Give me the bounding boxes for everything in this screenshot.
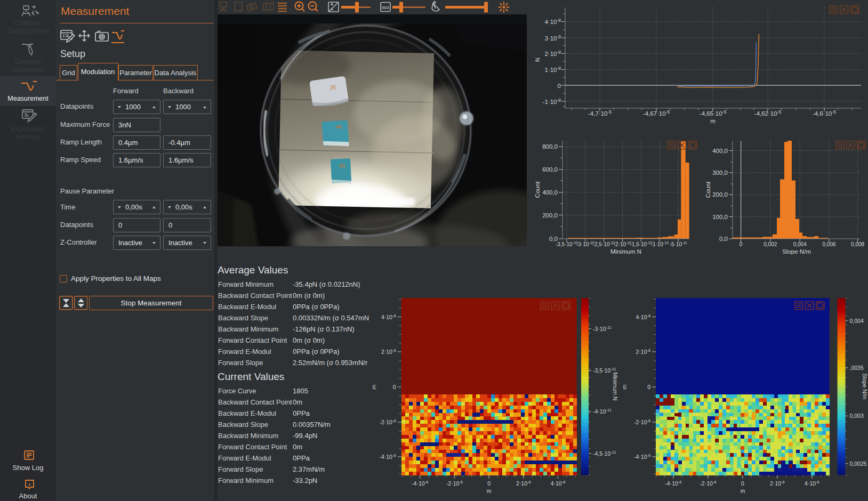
svg-text:Minimum N: Minimum N: [612, 372, 618, 400]
svg-text:m: m: [741, 488, 745, 494]
svg-text:-4·10-6: -4·10-6: [634, 453, 650, 460]
svg-text:N: N: [534, 58, 541, 62]
svg-text:4·10-6: 4·10-6: [636, 313, 651, 320]
svg-text:0,006: 0,006: [822, 241, 835, 247]
svg-text:-4·10-6: -4·10-6: [412, 480, 428, 487]
svg-text:-4,7·10-5: -4,7·10-5: [588, 109, 612, 117]
svg-text:-2·10-6: -2·10-6: [446, 480, 463, 487]
svg-text:-4,62·10-5: -4,62·10-5: [754, 109, 782, 117]
svg-text:m: m: [621, 384, 628, 389]
svg-text:0: 0: [487, 480, 491, 487]
svg-text:0,004: 0,004: [793, 241, 807, 247]
svg-text:-2·10-6: -2·10-6: [700, 480, 716, 487]
svg-text:0,0025: 0,0025: [850, 460, 867, 467]
svg-text:m: m: [710, 118, 716, 124]
svg-text:0,008: 0,008: [851, 241, 864, 247]
svg-text:49: 49: [339, 163, 345, 169]
svg-text:4·10-9: 4·10-9: [544, 18, 561, 25]
svg-text:600,0: 600,0: [542, 166, 558, 173]
svg-text:-2·10-6: -2·10-6: [634, 418, 650, 425]
svg-text:0: 0: [741, 480, 744, 487]
svg-text:4·10-6: 4·10-6: [551, 480, 566, 487]
svg-text:-1,5·10-10: -1,5·10-10: [630, 241, 652, 247]
svg-text:100,0: 100,0: [712, 214, 728, 220]
svg-text:4·10-6: 4·10-6: [805, 480, 819, 487]
svg-text:0: 0: [393, 384, 396, 390]
svg-text:2·10-6: 2·10-6: [770, 480, 785, 487]
svg-text:-2·10-6: -2·10-6: [379, 418, 396, 425]
svg-text:-1·10-9: -1·10-9: [543, 98, 561, 105]
svg-text:4·10-6: 4·10-6: [381, 313, 396, 320]
svg-text:-4·10-6: -4·10-6: [379, 453, 396, 460]
svg-text:-4,65·10-5: -4,65·10-5: [700, 109, 727, 117]
svg-text:ISO: ISO: [382, 5, 389, 10]
svg-text:2·10-6: 2·10-6: [516, 480, 531, 487]
svg-text:3·10-9: 3·10-9: [544, 34, 561, 42]
svg-text:-3,5·10-10: -3,5·10-10: [556, 241, 578, 247]
svg-text:26: 26: [330, 85, 336, 91]
svg-text:-4,5·10-11: -4,5·10-11: [593, 450, 616, 457]
svg-text:-4·10-6: -4·10-6: [665, 480, 681, 487]
svg-text:0,0: 0,0: [719, 236, 728, 242]
svg-text:-3·10-11: -3·10-11: [593, 325, 612, 332]
svg-text:Minimum N: Minimum N: [610, 248, 641, 255]
svg-text:400,0: 400,0: [542, 189, 558, 196]
svg-text:0,002: 0,002: [763, 241, 777, 247]
svg-text:-5·10-11: -5·10-11: [670, 241, 687, 247]
svg-text:0,004: 0,004: [850, 318, 864, 324]
svg-text:2·10-9: 2·10-9: [544, 50, 561, 57]
svg-text:Slope N/m: Slope N/m: [862, 373, 868, 399]
svg-text:-4,6·10-5: -4,6·10-5: [813, 109, 836, 117]
svg-text:200,0: 200,0: [542, 212, 558, 219]
svg-text:2·10-6: 2·10-6: [636, 348, 651, 355]
svg-text:Count: Count: [534, 181, 541, 198]
svg-text:0: 0: [558, 83, 561, 89]
svg-text:400,0: 400,0: [712, 148, 728, 154]
svg-text:-4,67·10-5: -4,67·10-5: [643, 109, 670, 117]
svg-text:200,0: 200,0: [712, 191, 728, 198]
svg-text:-4·10-11: -4·10-11: [593, 408, 612, 415]
svg-text:-2,5·10-10: -2,5·10-10: [593, 241, 615, 247]
svg-text:44: 44: [336, 124, 342, 130]
svg-text:Count: Count: [705, 181, 711, 198]
svg-text:Slope N/m: Slope N/m: [782, 248, 811, 255]
svg-text:2·10-6: 2·10-6: [381, 348, 396, 355]
svg-text:0: 0: [740, 241, 743, 247]
svg-text:-1·10-10: -1·10-10: [651, 241, 669, 247]
svg-text:m: m: [371, 384, 377, 389]
svg-text:1·10-9: 1·10-9: [544, 66, 561, 73]
svg-text:,0035: ,0035: [850, 365, 864, 371]
svg-text:0,003: 0,003: [850, 413, 864, 419]
svg-text:-3·10-10: -3·10-10: [576, 241, 594, 247]
svg-text:0: 0: [647, 384, 650, 390]
svg-text:-2·10-10: -2·10-10: [614, 241, 632, 247]
svg-text:800,0: 800,0: [542, 143, 558, 150]
svg-text:300,0: 300,0: [712, 169, 728, 176]
svg-text:m: m: [487, 488, 492, 494]
